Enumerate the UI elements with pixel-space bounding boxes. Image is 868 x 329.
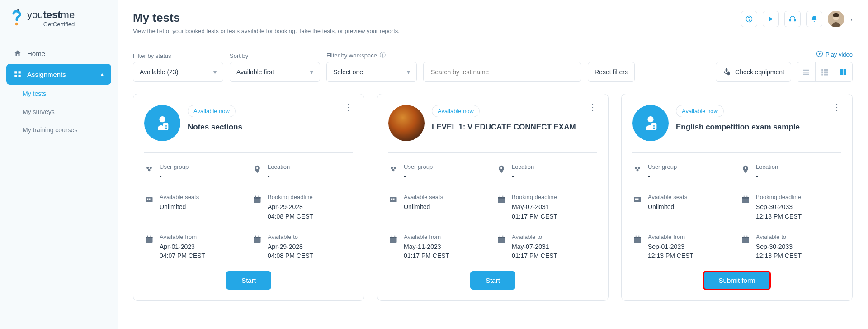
- user-group-label: User group: [648, 163, 677, 170]
- svg-rect-15: [803, 70, 809, 71]
- divider: [632, 152, 841, 153]
- to-label: Available to: [512, 234, 557, 240]
- svg-rect-91: [747, 236, 748, 238]
- avatar-dropdown-icon[interactable]: ▾: [850, 17, 853, 22]
- svg-rect-2: [14, 71, 17, 73]
- svg-rect-86: [636, 236, 637, 238]
- svg-rect-27: [840, 69, 843, 72]
- svg-rect-9: [794, 19, 796, 21]
- svg-point-75: [637, 169, 639, 171]
- from-icon: [144, 234, 154, 244]
- from-value: Apr-01-202304:07 PM CEST: [160, 242, 205, 261]
- nav-assignments[interactable]: Assignments ▴: [6, 64, 111, 85]
- seats-label: Available seats: [648, 194, 687, 200]
- svg-rect-51: [259, 236, 259, 238]
- nav-home-label: Home: [27, 50, 45, 57]
- view-toggle: [797, 62, 853, 82]
- to-icon: [252, 234, 262, 244]
- location-label: Location: [756, 163, 778, 170]
- deadline-value: Apr-29-202804:08 PM CEST: [268, 202, 313, 221]
- support-button[interactable]: [784, 11, 801, 27]
- user-avatar[interactable]: [828, 11, 844, 27]
- user-group-icon: [144, 164, 154, 174]
- nav-my-tests[interactable]: My tests: [6, 85, 111, 103]
- test-card: Available now LEVEL 1: V EDUCATE CONNECT…: [377, 94, 609, 301]
- svg-rect-50: [255, 236, 256, 238]
- deadline-value: May-07-203101:17 PM CEST: [512, 202, 557, 221]
- notifications-button[interactable]: [806, 11, 822, 27]
- card-cta-button[interactable]: Start: [226, 271, 271, 290]
- from-icon: [632, 234, 642, 244]
- to-label: Available to: [756, 234, 802, 240]
- page-subtitle: View the list of your booked tests or te…: [133, 28, 400, 34]
- card-menu-button[interactable]: ⋮: [832, 105, 841, 110]
- from-label: Available from: [648, 234, 693, 240]
- svg-rect-87: [639, 236, 640, 238]
- svg-point-74: [638, 167, 640, 169]
- play-video-link[interactable]: Play video: [816, 51, 853, 58]
- svg-rect-30: [844, 72, 846, 75]
- user-group-value: -: [160, 172, 189, 181]
- play-button[interactable]: [763, 11, 779, 27]
- svg-point-52: [391, 167, 393, 169]
- from-label: Available from: [404, 234, 449, 240]
- view-grid-small-button[interactable]: [816, 62, 834, 81]
- svg-rect-69: [500, 236, 500, 238]
- svg-rect-25: [824, 74, 826, 76]
- svg-rect-8: [789, 19, 791, 21]
- svg-rect-78: [635, 199, 637, 200]
- svg-rect-85: [634, 237, 641, 238]
- from-icon: [388, 234, 398, 244]
- status-badge: Available now: [676, 105, 724, 117]
- svg-point-53: [394, 167, 396, 169]
- test-avatar-icon: [632, 105, 669, 141]
- filter-status-select[interactable]: Available (23) ▾: [133, 62, 223, 82]
- to-value: Sep-30-203312:13 PM CEST: [756, 242, 802, 261]
- card-menu-button[interactable]: ⋮: [344, 105, 353, 110]
- svg-rect-81: [742, 197, 749, 198]
- deadline-value: Sep-30-203312:13 PM CEST: [756, 202, 802, 221]
- nav-my-training[interactable]: My training courses: [6, 121, 111, 139]
- brand-logo[interactable]: youtestme GetCertified: [6, 9, 111, 29]
- info-icon[interactable]: ⓘ: [380, 51, 386, 59]
- nav-my-surveys[interactable]: My surveys: [6, 103, 111, 121]
- nav-home[interactable]: Home: [6, 43, 111, 64]
- svg-point-7: [749, 20, 749, 21]
- test-title: English competition exam sample: [676, 123, 841, 132]
- reset-filters-button[interactable]: Reset filters: [588, 62, 635, 82]
- sort-value: Available first: [236, 68, 274, 76]
- svg-point-71: [647, 116, 653, 122]
- svg-rect-83: [747, 196, 748, 198]
- svg-rect-66: [395, 236, 396, 238]
- logo-mark-icon: [11, 9, 24, 29]
- svg-rect-28: [844, 69, 846, 72]
- workspace-select[interactable]: Select one ▾: [326, 62, 417, 82]
- svg-rect-26: [826, 74, 828, 76]
- help-button[interactable]: [741, 11, 757, 27]
- view-grid-large-button[interactable]: [834, 62, 852, 81]
- card-cta-button[interactable]: Submit form: [703, 271, 771, 290]
- from-value: Sep-01-202312:13 PM CEST: [648, 242, 693, 261]
- seats-value: Unlimited: [648, 202, 687, 211]
- search-input-wrapper[interactable]: [423, 62, 581, 82]
- location-icon: [741, 164, 750, 174]
- location-icon: [496, 164, 506, 174]
- to-label: Available to: [268, 234, 313, 240]
- search-input[interactable]: [430, 68, 575, 76]
- svg-rect-60: [498, 197, 505, 198]
- check-equipment-button[interactable]: Check equipment: [716, 62, 791, 82]
- svg-rect-57: [391, 199, 392, 200]
- location-value: -: [512, 172, 534, 181]
- view-list-button[interactable]: [797, 62, 815, 81]
- svg-rect-65: [392, 236, 392, 238]
- svg-rect-70: [503, 236, 504, 238]
- svg-point-34: [150, 167, 152, 169]
- svg-point-31: [159, 116, 165, 122]
- test-title: LEVEL 1: V EDUCATE CONNECT EXAM: [432, 123, 597, 132]
- card-menu-button[interactable]: ⋮: [588, 105, 597, 110]
- svg-rect-4: [14, 75, 17, 77]
- sort-select[interactable]: Available first ▾: [230, 62, 320, 82]
- card-cta-button[interactable]: Start: [470, 271, 515, 290]
- test-card: Available now Notes sections ⋮ User grou…: [133, 94, 364, 301]
- svg-rect-22: [824, 72, 826, 73]
